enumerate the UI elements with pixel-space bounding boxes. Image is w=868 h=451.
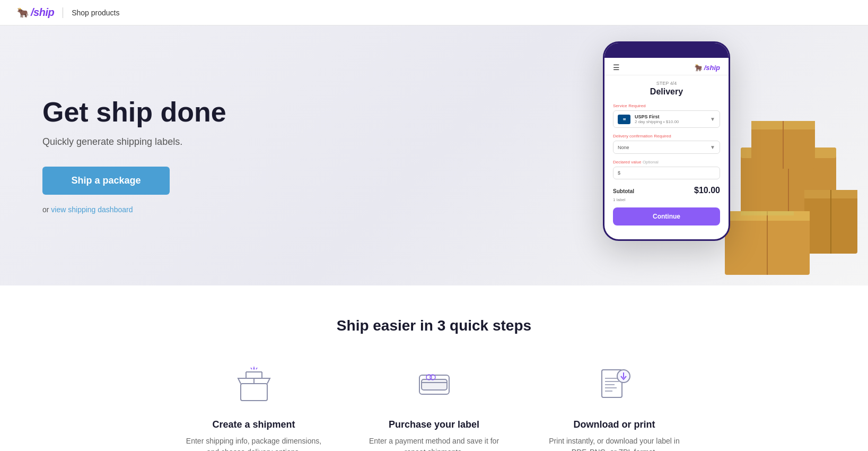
svg-point-22 [253, 368, 255, 370]
purchase-label-icon-wrap [410, 361, 458, 409]
delivery-arrow-icon: ▼ [710, 144, 715, 150]
phone-step-title: Delivery [613, 87, 720, 97]
service-select[interactable]: ✉ USPS First 2 day shipping • $10.00 ▼ [613, 110, 720, 128]
hero-title: Get ship done [42, 97, 226, 127]
subtotal-row: Subtotal $10.00 [613, 186, 720, 195]
ship-package-button[interactable]: Ship a package [42, 167, 170, 195]
delivery-value: None [618, 145, 629, 150]
download-icon [593, 363, 636, 406]
phone-body: STEP 4/4 Delivery Service Required ✉ USP… [604, 75, 729, 231]
svg-rect-10 [741, 211, 794, 215]
service-select-text: USPS First 2 day shipping • $10.00 [635, 114, 706, 124]
shop-products-link[interactable]: Shop products [72, 8, 119, 17]
purchase-label-label: Purchase your label [365, 419, 503, 430]
card-icon [413, 363, 455, 406]
svg-line-20 [256, 368, 257, 369]
hero-content: Get ship done Quickly generate shipping … [0, 65, 269, 245]
phone-step-label: STEP 4/4 [613, 81, 720, 86]
view-dashboard-link[interactable]: view shipping dashboard [51, 205, 133, 214]
svg-line-21 [251, 368, 252, 369]
navbar: 🐂 /ship Shop products [0, 0, 868, 25]
hero-alt-text: or view shipping dashboard [42, 205, 226, 214]
download-print-desc: Print instantly, or download your label … [546, 436, 683, 451]
step-download-print: Download or print Print instantly, or do… [546, 361, 683, 451]
hero-subtitle: Quickly generate shipping labels. [42, 136, 226, 148]
svg-rect-24 [422, 379, 447, 390]
logo-icon: 🐂 [17, 7, 29, 19]
declared-label: Declared value Optional [613, 159, 720, 164]
phone-header: ☰ 🐂 /ship [604, 58, 729, 75]
phone-mockup: ☰ 🐂 /ship STEP 4/4 Delivery Service Requ… [603, 41, 730, 241]
steps-title: Ship easier in 3 quick steps [21, 317, 847, 334]
logo[interactable]: 🐂 /ship [17, 6, 54, 19]
steps-grid: Create a shipment Enter shipping info, p… [21, 361, 847, 451]
service-arrow-icon: ▼ [710, 116, 715, 122]
phone-logo: 🐂 /ship [694, 64, 720, 72]
create-shipment-icon-wrap [230, 361, 278, 409]
svg-rect-14 [241, 384, 267, 401]
download-print-label: Download or print [546, 419, 683, 430]
subtotal-amount: $10.00 [694, 186, 720, 195]
create-shipment-label: Create a shipment [185, 419, 323, 430]
steps-section: Ship easier in 3 quick steps [0, 285, 868, 451]
create-shipment-desc: Enter shipping info, package dimensions,… [185, 436, 323, 451]
delivery-label: Delivery confirmation Required [613, 133, 720, 138]
download-print-icon-wrap [591, 361, 638, 409]
phone-frame: ☰ 🐂 /ship STEP 4/4 Delivery Service Requ… [603, 41, 730, 241]
declared-input[interactable]: $ [613, 167, 720, 179]
hero-section: Get ship done Quickly generate shipping … [0, 25, 868, 285]
service-label: Service Required [613, 103, 720, 108]
box-icon [233, 363, 275, 406]
logo-text: /ship [31, 6, 54, 19]
continue-button[interactable]: Continue [613, 207, 720, 226]
step-purchase-label: Purchase your label Enter a payment meth… [365, 361, 503, 451]
nav-divider [63, 7, 63, 18]
delivery-select[interactable]: None ▼ [613, 141, 720, 154]
subtotal-label: Subtotal [613, 188, 634, 194]
usps-icon: ✉ [618, 115, 630, 124]
labels-count: 1 label [613, 197, 720, 202]
purchase-label-desc: Enter a payment method and save it for r… [365, 436, 503, 451]
step-create-shipment: Create a shipment Enter shipping info, p… [185, 361, 323, 451]
phone-menu-icon: ☰ [613, 63, 620, 72]
